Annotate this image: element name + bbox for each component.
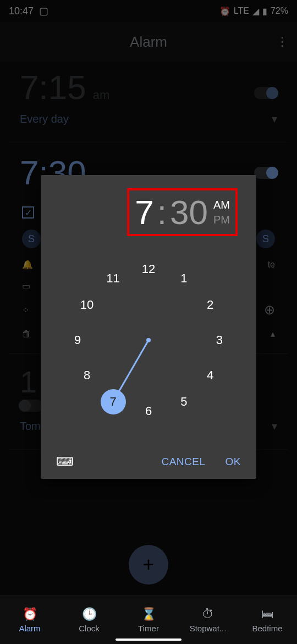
clock-center	[146, 338, 151, 342]
stopwatch-icon: ⏱	[202, 607, 214, 621]
time-picker-dialog: 7 : 30 AM PM 12 1 2 3 4 5 6 7 8 9 10 11 …	[41, 175, 256, 479]
nav-clock[interactable]: 🕒 Clock	[59, 596, 119, 644]
ok-button[interactable]: OK	[226, 456, 241, 468]
clock-1[interactable]: 1	[180, 271, 187, 286]
nav-alarm[interactable]: ⏰ Alarm	[0, 596, 59, 644]
bedtime-icon: 🛏	[261, 607, 273, 621]
pm-option[interactable]: PM	[213, 214, 230, 226]
clock-face[interactable]: 12 1 2 3 4 5 6 7 8 9 10 11	[72, 263, 226, 417]
clock-8[interactable]: 8	[84, 368, 90, 383]
cancel-button[interactable]: CANCEL	[161, 456, 205, 468]
clock-9[interactable]: 9	[74, 333, 81, 347]
clock-3[interactable]: 3	[216, 333, 223, 347]
hour-value[interactable]: 7	[135, 193, 153, 232]
minute-value[interactable]: 30	[170, 193, 208, 232]
clock-hand	[117, 340, 150, 394]
timer-icon: ⌛	[141, 607, 156, 621]
time-colon: :	[157, 193, 167, 232]
nav-stopwatch[interactable]: ⏱ Stopwat...	[178, 596, 238, 644]
dialog-actions: ⌨ CANCEL OK	[41, 455, 256, 469]
clock-11[interactable]: 11	[106, 271, 119, 286]
keyboard-icon[interactable]: ⌨	[56, 455, 74, 469]
alarm-icon: ⏰	[23, 607, 37, 621]
am-option[interactable]: AM	[213, 199, 230, 211]
nav-timer[interactable]: ⌛ Timer	[119, 596, 178, 644]
clock-4[interactable]: 4	[207, 368, 213, 383]
bottom-nav: ⏰ Alarm 🕒 Clock ⌛ Timer ⏱ Stopwat... 🛏 B…	[0, 596, 297, 644]
clock-7[interactable]: 7	[101, 389, 126, 414]
clock-icon: 🕒	[82, 607, 97, 621]
time-display: 7 : 30 AM PM	[127, 188, 238, 236]
home-indicator[interactable]	[116, 638, 182, 641]
clock-6[interactable]: 6	[145, 404, 152, 418]
clock-5[interactable]: 5	[180, 395, 187, 409]
clock-10[interactable]: 10	[80, 298, 94, 312]
clock-2[interactable]: 2	[207, 298, 213, 312]
clock-12[interactable]: 12	[142, 262, 155, 276]
nav-bedtime[interactable]: 🛏 Bedtime	[238, 596, 297, 644]
